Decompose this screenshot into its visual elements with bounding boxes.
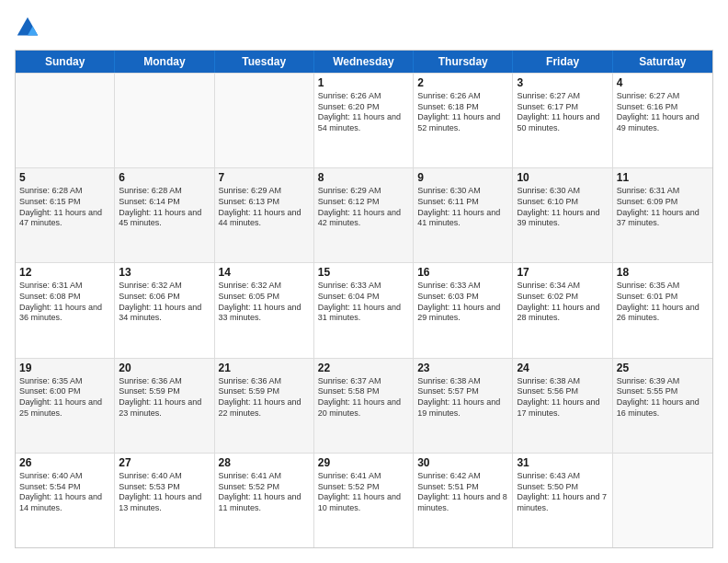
calendar-cell: 3Sunrise: 6:27 AM Sunset: 6:17 PM Daylig…	[513, 74, 612, 167]
cal-header-day: Monday	[115, 51, 214, 73]
page: SundayMondayTuesdayWednesdayThursdayFrid…	[0, 0, 728, 563]
calendar-cell: 29Sunrise: 6:41 AM Sunset: 5:52 PM Dayli…	[314, 454, 414, 547]
day-number: 12	[19, 266, 110, 279]
day-info: Sunrise: 6:35 AM Sunset: 6:01 PM Dayligh…	[617, 281, 709, 324]
cal-header-day: Saturday	[613, 51, 712, 73]
day-info: Sunrise: 6:38 AM Sunset: 5:57 PM Dayligh…	[417, 376, 508, 419]
calendar-cell	[115, 74, 214, 167]
calendar-cell: 20Sunrise: 6:36 AM Sunset: 5:59 PM Dayli…	[115, 359, 214, 453]
day-number: 1	[318, 76, 409, 89]
cal-header-day: Friday	[513, 51, 612, 73]
day-number: 9	[417, 171, 508, 184]
day-info: Sunrise: 6:38 AM Sunset: 5:56 PM Dayligh…	[517, 376, 608, 419]
calendar-cell	[613, 454, 712, 547]
day-number: 13	[119, 266, 210, 279]
day-number: 6	[119, 171, 210, 184]
logo	[15, 15, 44, 40]
cal-header-day: Sunday	[16, 51, 115, 73]
calendar-cell: 23Sunrise: 6:38 AM Sunset: 5:57 PM Dayli…	[414, 359, 513, 453]
day-info: Sunrise: 6:26 AM Sunset: 6:20 PM Dayligh…	[318, 91, 409, 134]
logo-icon	[15, 15, 40, 40]
calendar-cell: 1Sunrise: 6:26 AM Sunset: 6:20 PM Daylig…	[314, 74, 414, 167]
calendar-cell: 22Sunrise: 6:37 AM Sunset: 5:58 PM Dayli…	[314, 359, 414, 453]
day-info: Sunrise: 6:41 AM Sunset: 5:52 PM Dayligh…	[219, 471, 310, 514]
calendar-header: SundayMondayTuesdayWednesdayThursdayFrid…	[16, 51, 712, 73]
day-info: Sunrise: 6:36 AM Sunset: 5:59 PM Dayligh…	[119, 376, 210, 419]
day-number: 3	[517, 76, 608, 89]
calendar-cell: 26Sunrise: 6:40 AM Sunset: 5:54 PM Dayli…	[16, 454, 115, 547]
calendar-cell: 2Sunrise: 6:26 AM Sunset: 6:18 PM Daylig…	[414, 74, 513, 167]
calendar-cell: 14Sunrise: 6:32 AM Sunset: 6:05 PM Dayli…	[215, 263, 314, 357]
day-number: 24	[517, 362, 608, 374]
calendar-row: 5Sunrise: 6:28 AM Sunset: 6:15 PM Daylig…	[16, 167, 712, 262]
day-number: 21	[219, 362, 310, 374]
day-info: Sunrise: 6:36 AM Sunset: 5:59 PM Dayligh…	[219, 376, 310, 419]
day-number: 14	[219, 266, 310, 279]
day-info: Sunrise: 6:39 AM Sunset: 5:55 PM Dayligh…	[617, 376, 709, 419]
calendar-cell: 13Sunrise: 6:32 AM Sunset: 6:06 PM Dayli…	[115, 263, 214, 357]
day-info: Sunrise: 6:29 AM Sunset: 6:12 PM Dayligh…	[318, 186, 409, 229]
day-number: 17	[517, 266, 608, 279]
day-info: Sunrise: 6:43 AM Sunset: 5:50 PM Dayligh…	[517, 471, 608, 514]
day-number: 25	[617, 362, 709, 374]
calendar-cell: 30Sunrise: 6:42 AM Sunset: 5:51 PM Dayli…	[414, 454, 513, 547]
day-info: Sunrise: 6:33 AM Sunset: 6:03 PM Dayligh…	[417, 281, 508, 324]
day-number: 30	[417, 456, 508, 469]
day-number: 15	[318, 266, 409, 279]
day-number: 4	[617, 76, 709, 89]
day-info: Sunrise: 6:33 AM Sunset: 6:04 PM Dayligh…	[318, 281, 409, 324]
calendar-cell: 21Sunrise: 6:36 AM Sunset: 5:59 PM Dayli…	[215, 359, 314, 453]
calendar-cell: 11Sunrise: 6:31 AM Sunset: 6:09 PM Dayli…	[613, 168, 712, 262]
cal-header-day: Thursday	[414, 51, 513, 73]
day-info: Sunrise: 6:31 AM Sunset: 6:09 PM Dayligh…	[617, 186, 709, 229]
day-info: Sunrise: 6:34 AM Sunset: 6:02 PM Dayligh…	[517, 281, 608, 324]
day-number: 26	[19, 456, 110, 469]
header	[15, 15, 713, 40]
calendar-cell: 16Sunrise: 6:33 AM Sunset: 6:03 PM Dayli…	[414, 263, 513, 357]
day-number: 10	[517, 171, 608, 184]
day-info: Sunrise: 6:27 AM Sunset: 6:16 PM Dayligh…	[617, 91, 709, 134]
day-number: 27	[119, 456, 210, 469]
day-info: Sunrise: 6:27 AM Sunset: 6:17 PM Dayligh…	[517, 91, 608, 134]
day-info: Sunrise: 6:41 AM Sunset: 5:52 PM Dayligh…	[318, 471, 409, 514]
day-info: Sunrise: 6:30 AM Sunset: 6:11 PM Dayligh…	[417, 186, 508, 229]
cal-header-day: Tuesday	[215, 51, 314, 73]
calendar-cell: 15Sunrise: 6:33 AM Sunset: 6:04 PM Dayli…	[314, 263, 414, 357]
calendar-row: 12Sunrise: 6:31 AM Sunset: 6:08 PM Dayli…	[16, 262, 712, 357]
calendar-cell: 9Sunrise: 6:30 AM Sunset: 6:11 PM Daylig…	[414, 168, 513, 262]
calendar-cell: 28Sunrise: 6:41 AM Sunset: 5:52 PM Dayli…	[215, 454, 314, 547]
day-info: Sunrise: 6:40 AM Sunset: 5:53 PM Dayligh…	[119, 471, 210, 514]
calendar-cell: 7Sunrise: 6:29 AM Sunset: 6:13 PM Daylig…	[215, 168, 314, 262]
day-number: 7	[219, 171, 310, 184]
day-number: 2	[417, 76, 508, 89]
day-info: Sunrise: 6:30 AM Sunset: 6:10 PM Dayligh…	[517, 186, 608, 229]
day-number: 8	[318, 171, 409, 184]
day-number: 28	[219, 456, 310, 469]
calendar-cell: 4Sunrise: 6:27 AM Sunset: 6:16 PM Daylig…	[613, 74, 712, 167]
calendar-cell	[215, 74, 314, 167]
calendar-cell: 8Sunrise: 6:29 AM Sunset: 6:12 PM Daylig…	[314, 168, 414, 262]
day-number: 31	[517, 456, 608, 469]
calendar: SundayMondayTuesdayWednesdayThursdayFrid…	[15, 50, 713, 548]
day-number: 11	[617, 171, 709, 184]
calendar-cell	[16, 74, 115, 167]
day-info: Sunrise: 6:32 AM Sunset: 6:05 PM Dayligh…	[219, 281, 310, 324]
calendar-row: 26Sunrise: 6:40 AM Sunset: 5:54 PM Dayli…	[16, 453, 712, 547]
day-info: Sunrise: 6:28 AM Sunset: 6:14 PM Dayligh…	[119, 186, 210, 229]
calendar-cell: 27Sunrise: 6:40 AM Sunset: 5:53 PM Dayli…	[115, 454, 214, 547]
calendar-cell: 6Sunrise: 6:28 AM Sunset: 6:14 PM Daylig…	[115, 168, 214, 262]
day-info: Sunrise: 6:40 AM Sunset: 5:54 PM Dayligh…	[19, 471, 110, 514]
day-number: 18	[617, 266, 709, 279]
day-info: Sunrise: 6:26 AM Sunset: 6:18 PM Dayligh…	[417, 91, 508, 134]
day-info: Sunrise: 6:31 AM Sunset: 6:08 PM Dayligh…	[19, 281, 110, 324]
day-info: Sunrise: 6:29 AM Sunset: 6:13 PM Dayligh…	[219, 186, 310, 229]
calendar-cell: 17Sunrise: 6:34 AM Sunset: 6:02 PM Dayli…	[513, 263, 612, 357]
day-number: 29	[318, 456, 409, 469]
day-info: Sunrise: 6:32 AM Sunset: 6:06 PM Dayligh…	[119, 281, 210, 324]
cal-header-day: Wednesday	[314, 51, 414, 73]
calendar-cell: 19Sunrise: 6:35 AM Sunset: 6:00 PM Dayli…	[16, 359, 115, 453]
calendar-cell: 25Sunrise: 6:39 AM Sunset: 5:55 PM Dayli…	[613, 359, 712, 453]
day-number: 5	[19, 171, 110, 184]
calendar-cell: 10Sunrise: 6:30 AM Sunset: 6:10 PM Dayli…	[513, 168, 612, 262]
calendar-cell: 12Sunrise: 6:31 AM Sunset: 6:08 PM Dayli…	[16, 263, 115, 357]
